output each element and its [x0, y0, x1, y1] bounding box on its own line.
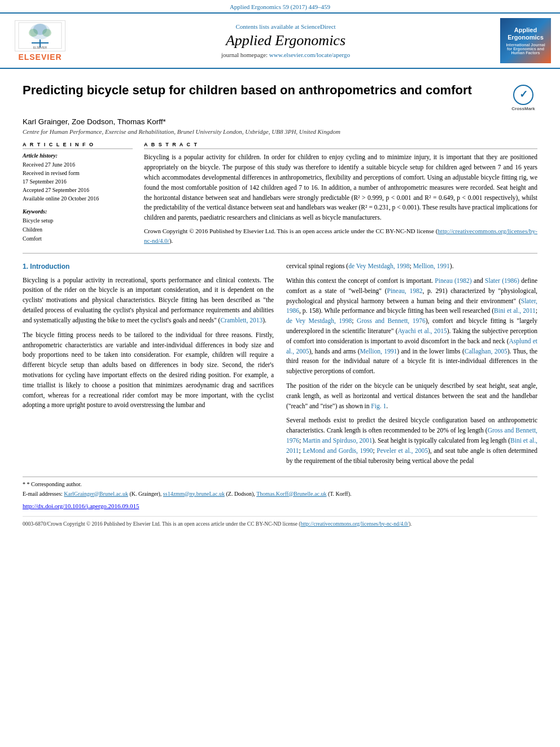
homepage-link[interactable]: www.elsevier.com/locate/apergo: [269, 51, 350, 58]
article-title: Predicting bicycle setup for children ba…: [23, 82, 509, 99]
mellion-ref2[interactable]: Mellion, 1991: [360, 348, 397, 355]
affiliation-text: Centre for Human Performance, Exercise a…: [23, 128, 537, 135]
info-abstract-row: A R T I C L E I N F O Article history: R…: [23, 142, 537, 245]
authors-text: Karl Grainger, Zoe Dodson, Thomas Korff*: [23, 117, 166, 126]
pineau-ref1[interactable]: Pineau (1982): [435, 277, 471, 284]
cc-license-link[interactable]: http://creativecommons.org/licenses/by-n…: [144, 228, 537, 244]
crossmark-label: CrossMark: [511, 106, 535, 112]
vey-mestdagh-ref1[interactable]: de Vey Mestdagh, 1998: [348, 263, 409, 269]
left-body-column: 1. Introduction Bicycling is a popular a…: [23, 261, 274, 470]
journal-logo-right: AppliedErgonomics International Journalf…: [500, 18, 551, 63]
crossmark-badge[interactable]: ✓ CrossMark: [509, 85, 537, 112]
intro-para1: Bicycling is a popular activity in recre…: [23, 276, 274, 326]
keyword-children: Children: [23, 225, 133, 234]
right-para2: Within this context the concept of comfo…: [286, 276, 537, 377]
history-accepted: Accepted 27 September 2016: [23, 186, 133, 194]
gross-ref1[interactable]: Gross and Bennett, 1976: [357, 317, 426, 324]
email-label: E-mail addresses:: [23, 491, 63, 497]
ae-logo-text: AppliedErgonomics: [508, 27, 544, 41]
right-para3: The position of the rider on the bicycle…: [286, 381, 537, 411]
citation-text: Applied Ergonomics 59 (2017) 449–459: [230, 3, 330, 10]
svg-text:ELSEVIER: ELSEVIER: [33, 46, 47, 49]
authors-line: Karl Grainger, Zoe Dodson, Thomas Korff*: [23, 117, 537, 126]
main-content: Predicting bicycle setup for children ba…: [0, 69, 560, 537]
crossmark-icon: ✓: [513, 85, 533, 105]
journal-citation: Applied Ergonomics 59 (2017) 449–459: [0, 0, 560, 14]
bini-ref[interactable]: Bini et al., 2011: [494, 307, 536, 314]
contents-available-line: Contents lists available at ScienceDirec…: [71, 23, 500, 30]
svg-point-6: [42, 29, 51, 37]
bottom-text: 0003-6870/Crown Copyright © 2016 Publish…: [23, 521, 301, 527]
pineau-ref2[interactable]: Pineau, 1982: [387, 287, 423, 294]
slater-ref1[interactable]: Slater (1986): [485, 277, 519, 284]
right-para4: Several methods exist to predict the des…: [286, 416, 537, 466]
martin-ref[interactable]: Martin and Spirduso, 2001: [303, 437, 372, 444]
section-divider: [23, 253, 537, 254]
ae-logo-subtitle: International Journalfor Ergonomics andH…: [506, 43, 545, 55]
body-columns: 1. Introduction Bicycling is a popular a…: [23, 261, 537, 470]
abstract-panel: A B S T R A C T Bicycling is a popular a…: [144, 142, 537, 245]
bottom-license-link[interactable]: http://creativecommons.org/licenses/by-n…: [301, 521, 409, 527]
abstract-body: Bicycling is a popular activity for chil…: [144, 152, 537, 223]
keyword-comfort: Comfort: [23, 234, 133, 243]
history-revised-date: 17 September 2016: [23, 177, 133, 186]
introduction-heading: 1. Introduction: [23, 261, 274, 272]
journal-header: ELSEVIER ELSEVIER Contents lists availab…: [0, 14, 560, 69]
article-title-row: Predicting bicycle setup for children ba…: [23, 82, 537, 112]
elsevier-logo-image: ELSEVIER: [15, 20, 65, 51]
email-dodson[interactable]: ss14zmm@ny.bruneLac.uk: [163, 491, 225, 497]
lemond-ref[interactable]: LeMond and Gordis, 1990: [303, 447, 373, 454]
homepage-label: journal homepage:: [221, 51, 268, 58]
email-footnote: E-mail addresses: KarlGrainger@Brunel.ac…: [23, 490, 537, 498]
callaghan-ref[interactable]: Callaghan, 2005: [465, 348, 508, 355]
journal-center: Contents lists available at ScienceDirec…: [71, 23, 500, 58]
history-title: Article history:: [23, 152, 133, 159]
doi-bar: http://dx.doi.org/10.1016/j.apergo.2016.…: [23, 503, 537, 509]
history-online: Available online 20 October 2016: [23, 194, 133, 203]
corresponding-label: * Corresponding author.: [27, 481, 82, 487]
footnotes-section: * * Corresponding author. E-mail address…: [23, 477, 537, 498]
bottom-bar: 0003-6870/Crown Copyright © 2016 Publish…: [23, 516, 537, 528]
article-info-label: A R T I C L E I N F O: [23, 142, 133, 149]
email-grainger[interactable]: KarlGrainger@Brunel.ac.uk: [64, 491, 128, 497]
contents-label: Contents lists available at ScienceDirec…: [235, 23, 335, 30]
peveler-ref[interactable]: Peveler et al., 2005: [377, 447, 428, 454]
intro-para2: The bicycle fitting process needs to be …: [23, 330, 274, 411]
homepage-line: journal homepage: www.elsevier.com/locat…: [71, 51, 500, 58]
keywords-section: Keywords: Bicycle setup Children Comfort: [23, 208, 133, 243]
vey-mestdagh-ref2[interactable]: de Vey Mestdagh, 1998: [286, 317, 352, 324]
mellion-ref1[interactable]: Mellion, 1991: [413, 263, 450, 269]
copyright-text: Crown Copyright © 2016 Published by Else…: [144, 226, 537, 245]
keywords-title: Keywords:: [23, 208, 133, 215]
bottom-text2: ).: [409, 521, 412, 527]
abstract-label: A B S T R A C T: [144, 142, 537, 149]
elsevier-text-label: ELSEVIER: [18, 53, 62, 62]
history-received: Received 27 June 2016: [23, 160, 133, 169]
elsevier-logo: ELSEVIER ELSEVIER: [9, 20, 71, 62]
fig1-ref[interactable]: Fig. 1: [371, 403, 386, 409]
right-para1: cervical spinal regions (de Vey Mestdagh…: [286, 261, 537, 272]
history-revised-label: Received in revised form: [23, 169, 133, 177]
corresponding-author-note: * * Corresponding author.: [23, 480, 537, 488]
ayachi-ref[interactable]: Ayachi et al., 2015: [398, 327, 447, 334]
right-body-column: cervical spinal regions (de Vey Mestdagh…: [286, 261, 537, 470]
article-info-panel: A R T I C L E I N F O Article history: R…: [23, 142, 133, 245]
journal-title: Applied Ergonomics: [71, 32, 500, 49]
cramblett-ref[interactable]: Cramblett, 2013: [220, 317, 262, 324]
svg-point-5: [29, 29, 38, 37]
keyword-bicycle-setup: Bicycle setup: [23, 216, 133, 225]
doi-link[interactable]: http://dx.doi.org/10.1016/j.apergo.2016.…: [23, 503, 139, 509]
email-korff[interactable]: Thomas.Korff@Brunelle.ac.uk: [256, 491, 326, 497]
